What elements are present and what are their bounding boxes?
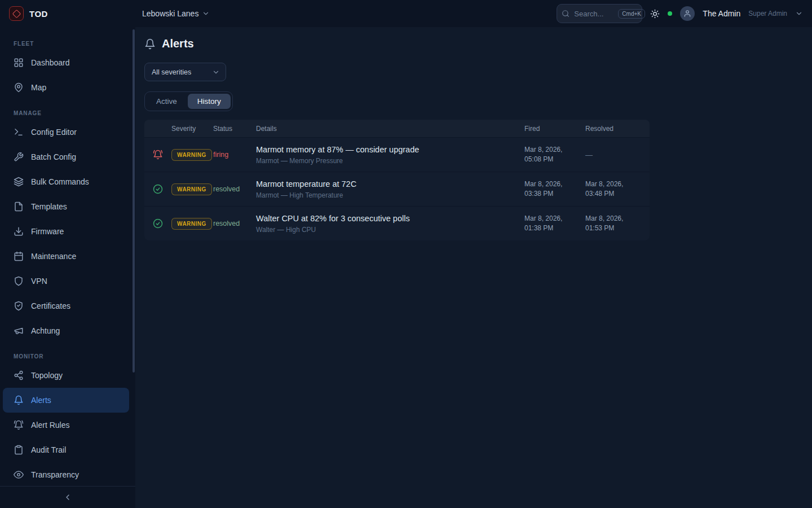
severity-badge: WARNING bbox=[171, 183, 212, 195]
bell-ring-icon bbox=[14, 420, 24, 430]
sidebar-item-label: Map bbox=[31, 83, 46, 92]
app-logo-icon bbox=[9, 6, 24, 21]
sidebar-item-label: Achtung bbox=[31, 326, 60, 335]
wrench-icon bbox=[14, 152, 24, 162]
column-header-details: Details bbox=[256, 125, 524, 133]
search-input[interactable] bbox=[574, 10, 614, 18]
sidebar-item-config-editor[interactable]: Config Editor bbox=[0, 120, 130, 144]
column-header-status: Status bbox=[213, 125, 256, 133]
calendar-icon bbox=[14, 251, 24, 261]
eye-icon bbox=[14, 470, 24, 480]
alert-title: Marmot temperature at 72C bbox=[256, 179, 524, 189]
sidebar-item-label: Bulk Commands bbox=[31, 177, 89, 186]
sidebar-item-batch-config[interactable]: Batch Config bbox=[0, 144, 130, 169]
chevron-down-icon bbox=[202, 10, 210, 17]
alert-subtitle: Marmot — High Temperature bbox=[256, 191, 524, 199]
map-pin-icon bbox=[14, 82, 24, 93]
sidebar-item-label: Templates bbox=[31, 202, 67, 211]
sidebar-item-certificates[interactable]: Certificates bbox=[0, 294, 130, 318]
sidebar-item-alert-rules[interactable]: Alert Rules bbox=[0, 413, 130, 437]
sidebar-item-map[interactable]: Map bbox=[0, 75, 130, 100]
sidebar-collapse-button[interactable] bbox=[0, 486, 135, 508]
sidebar-item-topology[interactable]: Topology bbox=[0, 363, 130, 388]
download-icon bbox=[14, 226, 24, 237]
table-row[interactable]: WARNING resolved Walter CPU at 82% for 3… bbox=[144, 206, 650, 240]
sidebar-item-label: Config Editor bbox=[31, 128, 77, 137]
search-box[interactable]: Cmd+K bbox=[557, 4, 642, 23]
bell-icon bbox=[14, 395, 24, 405]
table-row[interactable]: WARNING firing Marmot memory at 87% — co… bbox=[144, 137, 650, 172]
sidebar-item-achtung[interactable]: Achtung bbox=[0, 318, 130, 343]
column-header-resolved: Resolved bbox=[585, 125, 650, 133]
avatar[interactable] bbox=[680, 6, 695, 21]
theme-toggle-button[interactable] bbox=[650, 9, 660, 19]
app-brand: TOD bbox=[9, 6, 135, 21]
org-selector[interactable]: Lebowski Lanes bbox=[142, 9, 210, 18]
bell-icon bbox=[144, 38, 156, 50]
sidebar-item-audit-trail[interactable]: Audit Trail bbox=[0, 437, 130, 462]
sidebar-item-label: Dashboard bbox=[31, 58, 70, 67]
fired-timestamp: Mar 8, 2026, 03:38 PM bbox=[524, 179, 585, 199]
resolved-timestamp: Mar 8, 2026, 03:48 PM bbox=[585, 179, 650, 199]
user-menu-chevron-down-icon[interactable] bbox=[795, 10, 803, 17]
sidebar-item-label: Maintenance bbox=[31, 252, 76, 261]
shield-check-icon bbox=[14, 301, 24, 311]
sidebar-item-templates[interactable]: Templates bbox=[0, 194, 130, 219]
check-circle-icon bbox=[153, 218, 163, 229]
app-title: TOD bbox=[29, 9, 48, 19]
sidebar: FLEET Dashboard Map MANAGE Config Editor… bbox=[0, 27, 135, 508]
sidebar-item-firmware[interactable]: Firmware bbox=[0, 219, 130, 244]
sidebar-item-vpn[interactable]: VPN bbox=[0, 269, 130, 294]
topbar: TOD Lebowski Lanes Cmd+K The Admin Super… bbox=[0, 0, 812, 27]
org-selector-label: Lebowski Lanes bbox=[142, 9, 198, 18]
sidebar-item-alerts[interactable]: Alerts bbox=[3, 388, 129, 413]
severity-badge: WARNING bbox=[171, 149, 212, 161]
layers-icon bbox=[14, 177, 24, 187]
search-icon bbox=[562, 10, 570, 17]
status-text: resolved bbox=[213, 185, 256, 193]
terminal-icon bbox=[14, 127, 24, 137]
network-icon bbox=[14, 370, 24, 380]
connection-status-dot bbox=[668, 11, 672, 16]
alert-subtitle: Walter — High CPU bbox=[256, 226, 524, 234]
sidebar-item-maintenance[interactable]: Maintenance bbox=[0, 244, 130, 269]
fired-timestamp: Mar 8, 2026, 01:38 PM bbox=[524, 214, 585, 233]
file-icon bbox=[14, 202, 24, 212]
severity-filter-select[interactable]: All severities bbox=[144, 63, 226, 81]
sidebar-item-dashboard[interactable]: Dashboard bbox=[0, 50, 130, 75]
table-row[interactable]: WARNING resolved Marmot temperature at 7… bbox=[144, 172, 650, 206]
main-content: Alerts All severities Active History Sev… bbox=[135, 27, 812, 508]
bell-alert-icon bbox=[153, 150, 163, 160]
table-header-row: Severity Status Details Fired Resolved bbox=[144, 120, 650, 137]
page-title: Alerts bbox=[162, 37, 194, 50]
alerts-tabs: Active History bbox=[144, 91, 233, 111]
sidebar-item-label: VPN bbox=[31, 277, 47, 286]
sidebar-section-fleet: FLEET bbox=[14, 41, 122, 47]
sidebar-item-label: Audit Trail bbox=[31, 445, 66, 454]
sidebar-item-label: Firmware bbox=[31, 227, 64, 236]
check-circle-icon bbox=[153, 184, 163, 194]
sidebar-item-label: Certificates bbox=[31, 301, 70, 310]
sidebar-scrollbar[interactable] bbox=[133, 29, 135, 373]
shield-icon bbox=[14, 276, 24, 286]
resolved-timestamp: — bbox=[585, 151, 650, 159]
search-shortcut-badge: Cmd+K bbox=[618, 9, 645, 19]
megaphone-icon bbox=[14, 326, 24, 336]
user-name: The Admin bbox=[703, 9, 740, 18]
alerts-table: Severity Status Details Fired Resolved W… bbox=[144, 120, 650, 240]
severity-filter-value: All severities bbox=[152, 68, 191, 76]
tab-history[interactable]: History bbox=[188, 94, 231, 109]
sidebar-item-label: Transparency bbox=[31, 470, 79, 479]
sidebar-item-label: Alert Rules bbox=[31, 421, 69, 430]
clipboard-icon bbox=[14, 445, 24, 455]
column-header-severity: Severity bbox=[171, 125, 213, 133]
chevron-down-icon bbox=[212, 68, 220, 76]
sidebar-item-label: Topology bbox=[31, 371, 63, 380]
sidebar-item-bulk-commands[interactable]: Bulk Commands bbox=[0, 169, 130, 194]
sidebar-item-transparency[interactable]: Transparency bbox=[0, 462, 130, 487]
status-text: firing bbox=[213, 151, 256, 159]
resolved-timestamp: Mar 8, 2026, 01:53 PM bbox=[585, 214, 650, 233]
tab-active[interactable]: Active bbox=[147, 94, 187, 109]
alert-title: Walter CPU at 82% for 3 consecutive poll… bbox=[256, 214, 524, 223]
chevron-left-icon bbox=[63, 493, 72, 502]
